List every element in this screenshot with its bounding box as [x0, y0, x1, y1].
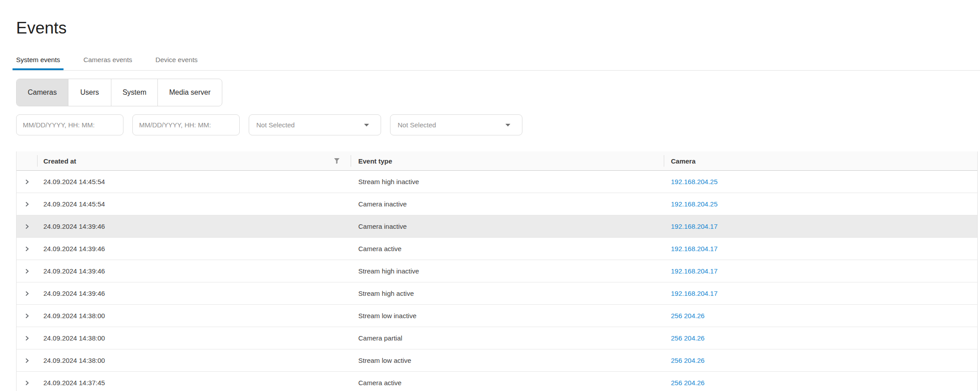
table-row: 24.09.2024 14:45:54 Stream high inactive…: [17, 171, 977, 193]
tab-device-events[interactable]: Device events: [152, 50, 201, 70]
cell-event-type: Stream low active: [351, 349, 664, 371]
cell-created-at: 24.09.2024 14:38:00: [37, 349, 351, 371]
table-row: 24.09.2024 14:37:45 Camera active 256 20…: [17, 372, 977, 391]
chevron-right-icon[interactable]: [23, 178, 31, 186]
caret-down-icon: [505, 124, 510, 126]
tab-cameras-events[interactable]: Cameras events: [80, 50, 136, 70]
tab-label: Device events: [156, 56, 198, 63]
header-camera[interactable]: Camera: [664, 151, 977, 170]
chevron-right-icon[interactable]: [23, 267, 31, 275]
chevron-right-icon[interactable]: [23, 379, 31, 387]
cell-event-type: Camera active: [351, 238, 664, 260]
table-row: 24.09.2024 14:39:46 Stream high active 1…: [17, 282, 977, 305]
cell-event-type: Camera inactive: [351, 215, 664, 237]
date-to-input[interactable]: [132, 114, 240, 135]
chevron-right-icon[interactable]: [23, 200, 31, 208]
header-camera-label: Camera: [671, 157, 696, 165]
segment-media-server[interactable]: Media server: [157, 79, 221, 106]
camera-link[interactable]: 192.168.204.25: [671, 178, 717, 185]
filter-funnel-icon[interactable]: [334, 158, 340, 164]
camera-link[interactable]: 192.168.204.17: [671, 223, 717, 230]
table-row: 24.09.2024 14:38:00 Stream low inactive …: [17, 305, 977, 327]
tab-system-events[interactable]: System events: [13, 50, 64, 70]
caret-down-icon: [364, 124, 369, 126]
cell-event-type: Stream high active: [351, 282, 664, 304]
cell-created-at: 24.09.2024 14:39:46: [37, 260, 351, 282]
date-from-input[interactable]: [16, 114, 123, 135]
table-row: 24.09.2024 14:39:46 Camera inactive 192.…: [17, 215, 977, 238]
segment-label: Media server: [169, 88, 210, 97]
chevron-right-icon[interactable]: [23, 334, 31, 342]
event-type-select-value: Not Selected: [256, 121, 295, 129]
camera-select-value: Not Selected: [398, 121, 436, 129]
chevron-right-icon[interactable]: [23, 290, 31, 298]
tab-label: System events: [16, 56, 60, 63]
segment-users[interactable]: Users: [68, 79, 111, 106]
segment-label: Cameras: [28, 88, 57, 97]
cell-created-at: 24.09.2024 14:39:46: [37, 282, 351, 304]
table-row: 24.09.2024 14:39:46 Stream high inactive…: [17, 260, 977, 282]
table-row: 24.09.2024 14:38:00 Camera partial 256 2…: [17, 327, 977, 349]
table-row: 24.09.2024 14:39:46 Camera active 192.16…: [17, 238, 977, 260]
cell-event-type: Stream high inactive: [351, 260, 664, 282]
table-row: 24.09.2024 14:38:00 Stream low active 25…: [17, 349, 977, 372]
camera-link[interactable]: 256 204.26: [671, 334, 704, 342]
chevron-right-icon[interactable]: [23, 245, 31, 253]
cell-event-type: Stream low inactive: [351, 305, 664, 327]
cell-created-at: 24.09.2024 14:45:54: [37, 193, 351, 215]
table-body: 24.09.2024 14:45:54 Stream high inactive…: [17, 171, 977, 391]
chevron-right-icon[interactable]: [23, 223, 31, 231]
camera-link[interactable]: 192.168.204.25: [671, 200, 717, 208]
page-title: Events: [16, 17, 980, 39]
events-table: Created at Event type Camera: [16, 151, 978, 391]
segment-label: System: [123, 88, 146, 97]
tab-label: Cameras events: [83, 56, 132, 63]
camera-link[interactable]: 192.168.204.17: [671, 267, 717, 275]
cell-created-at: 24.09.2024 14:39:46: [37, 215, 351, 237]
camera-link[interactable]: 256 204.26: [671, 357, 704, 364]
camera-select[interactable]: Not Selected: [390, 114, 522, 135]
camera-link[interactable]: 256 204.26: [671, 379, 704, 387]
cell-created-at: 24.09.2024 14:45:54: [37, 171, 351, 193]
header-created-at[interactable]: Created at: [37, 151, 351, 170]
segment-cameras[interactable]: Cameras: [17, 79, 68, 106]
events-tabs: System eventsCameras eventsDevice events: [13, 50, 980, 71]
cell-event-type: Camera partial: [351, 327, 664, 349]
cell-event-type: Camera active: [351, 372, 664, 391]
table-row: 24.09.2024 14:45:54 Camera inactive 192.…: [17, 193, 977, 215]
camera-link[interactable]: 256 204.26: [671, 312, 704, 320]
chevron-right-icon[interactable]: [23, 312, 31, 320]
segment-label: Users: [81, 88, 99, 97]
cell-created-at: 24.09.2024 14:37:45: [37, 372, 351, 391]
table-header-row: Created at Event type Camera: [17, 151, 977, 171]
chevron-right-icon[interactable]: [23, 357, 31, 365]
filters-row: Not Selected Not Selected: [16, 114, 980, 135]
header-expand-column: [17, 151, 37, 170]
event-type-select[interactable]: Not Selected: [249, 114, 381, 135]
events-page: Events System eventsCameras eventsDevice…: [0, 17, 980, 391]
header-event-type-label: Event type: [358, 157, 392, 165]
cell-event-type: Camera inactive: [351, 193, 664, 215]
cell-created-at: 24.09.2024 14:39:46: [37, 238, 351, 260]
camera-link[interactable]: 192.168.204.17: [671, 245, 717, 252]
cell-created-at: 24.09.2024 14:38:00: [37, 327, 351, 349]
event-source-segments: CamerasUsersSystemMedia server: [16, 79, 222, 106]
cell-created-at: 24.09.2024 14:38:00: [37, 305, 351, 327]
segment-system[interactable]: System: [111, 79, 157, 106]
header-created-at-label: Created at: [43, 157, 76, 165]
camera-link[interactable]: 192.168.204.17: [671, 290, 717, 297]
header-event-type[interactable]: Event type: [351, 151, 664, 170]
cell-event-type: Stream high inactive: [351, 171, 664, 193]
